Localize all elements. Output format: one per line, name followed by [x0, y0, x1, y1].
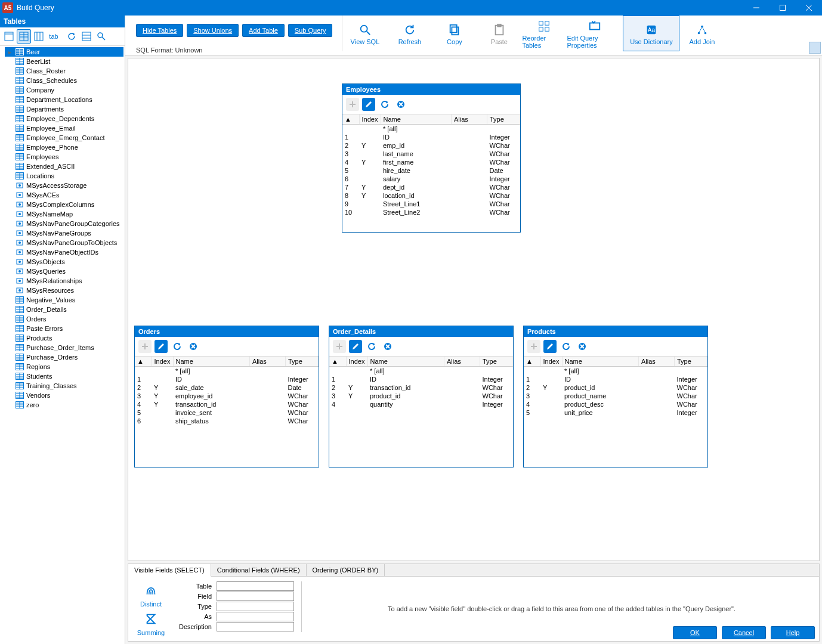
table-row[interactable]: 9Street_Line1WChar: [342, 200, 520, 208]
tree-item[interactable]: MSysNavPaneGroupToObjects: [5, 238, 123, 247]
tables-list-icon[interactable]: [79, 29, 94, 44]
col-index[interactable]: Index: [346, 357, 367, 367]
col-name[interactable]: Name: [173, 357, 250, 367]
col-type[interactable]: Type: [487, 114, 520, 125]
ok-button[interactable]: OK: [673, 626, 717, 639]
reorder-button[interactable]: Reorder Tables: [521, 16, 566, 51]
col-name[interactable]: Name: [367, 357, 444, 367]
table-window-products[interactable]: Products▲IndexNameAliasType* [all]1IDInt…: [523, 326, 708, 467]
tree-item[interactable]: Employees: [5, 152, 123, 162]
search-icon[interactable]: [94, 29, 109, 44]
tree-item[interactable]: MSysObjects: [5, 257, 123, 267]
table-row[interactable]: * [all]: [524, 367, 707, 376]
table-row[interactable]: 1IDInteger: [342, 133, 520, 141]
table-row[interactable]: 3last_nameWChar: [342, 150, 520, 158]
panel-toggle-icon[interactable]: [809, 42, 821, 54]
col-name[interactable]: Name: [381, 114, 452, 125]
edit-icon[interactable]: [362, 98, 375, 111]
tree-item[interactable]: Extended_ASCII: [5, 162, 123, 171]
refresh-button[interactable]: Refresh: [387, 16, 432, 51]
view-sql-button[interactable]: View SQL: [342, 16, 387, 51]
table-row[interactable]: 6ship_statusWChar: [135, 417, 319, 425]
refresh-icon[interactable]: [171, 340, 184, 353]
add-join-button[interactable]: Add Join: [679, 16, 724, 51]
help-button[interactable]: Help: [771, 626, 815, 639]
table-row[interactable]: 2Ysale_dateDate: [135, 383, 319, 392]
close-button[interactable]: [796, 0, 822, 16]
tables-tree[interactable]: ▸BeerBeerListClass_RosterClass_Schedules…: [0, 46, 125, 644]
view-mode-1-icon[interactable]: [2, 29, 16, 44]
table-window-title[interactable]: Orders: [135, 326, 319, 337]
edit-icon[interactable]: [543, 340, 557, 353]
close-icon[interactable]: [394, 98, 407, 111]
form-field-input[interactable]: [217, 592, 294, 601]
table-row[interactable]: 4quantityInteger: [329, 400, 513, 408]
col-sort[interactable]: ▲: [135, 357, 152, 367]
table-row[interactable]: 2Ytransaction_idWChar: [329, 383, 513, 392]
view-mode-2-icon[interactable]: [17, 29, 31, 44]
table-row[interactable]: 5unit_priceInteger: [524, 408, 707, 417]
table-row[interactable]: 7Ydept_idWChar: [342, 183, 520, 191]
table-window-title[interactable]: Order_Details: [329, 326, 513, 337]
close-icon[interactable]: [576, 340, 589, 353]
col-type[interactable]: Type: [480, 357, 513, 367]
col-alias[interactable]: Alias: [639, 357, 675, 367]
tree-item[interactable]: Class_Schedules: [5, 76, 123, 85]
table-window-orders[interactable]: Orders▲IndexNameAliasType* [all]1IDInteg…: [134, 326, 319, 467]
table-window-title[interactable]: Products: [524, 326, 707, 337]
add-table-button[interactable]: Add Table: [242, 24, 285, 37]
tree-item[interactable]: Employee_Email: [5, 123, 123, 133]
col-sort[interactable]: ▲: [524, 357, 540, 367]
use-dict-button[interactable]: AaUse Dictionary: [623, 16, 679, 51]
table-row[interactable]: * [all]: [329, 367, 513, 376]
tree-item[interactable]: Company: [5, 85, 123, 95]
table-row[interactable]: 6salaryInteger: [342, 175, 520, 183]
distinct-button[interactable]: Distinct: [140, 581, 162, 608]
tree-item[interactable]: Purchase_Order_Items: [5, 343, 123, 352]
table-row[interactable]: 4Ytransaction_idWChar: [135, 400, 319, 408]
tree-item[interactable]: MSysResources: [5, 286, 123, 295]
tree-item[interactable]: Employee_Dependents: [5, 114, 123, 123]
tab-icon[interactable]: tab: [47, 29, 61, 44]
tree-item[interactable]: MSysNavPaneObjectIDs: [5, 247, 123, 257]
minimize-button[interactable]: [743, 0, 770, 16]
copy-button[interactable]: Copy: [432, 16, 477, 51]
table-window-title[interactable]: Employees: [342, 84, 520, 95]
table-row[interactable]: 4product_descWChar: [524, 400, 707, 408]
col-sort[interactable]: ▲: [329, 357, 346, 367]
tree-item[interactable]: MSysNameMap: [5, 209, 123, 219]
cancel-button[interactable]: Cancel: [722, 626, 766, 639]
col-index[interactable]: Index: [359, 114, 381, 125]
table-row[interactable]: 1IDInteger: [329, 375, 513, 383]
table-grid[interactable]: ▲IndexNameAliasType* [all]1IDInteger2Ypr…: [524, 357, 707, 467]
table-row[interactable]: 5hire_dateDate: [342, 166, 520, 175]
col-alias[interactable]: Alias: [452, 114, 487, 125]
col-name[interactable]: Name: [562, 357, 639, 367]
tree-item[interactable]: Employee_Emerg_Contact: [5, 133, 123, 143]
edit-icon[interactable]: [154, 340, 168, 353]
tab-ordering[interactable]: Ordering (ORDER BY): [307, 564, 385, 576]
query-designer[interactable]: Employees▲IndexNameAliasType* [all]1IDIn…: [128, 58, 820, 561]
tree-item[interactable]: MSysACEs: [5, 190, 123, 200]
table-row[interactable]: * [all]: [135, 367, 319, 376]
tree-item[interactable]: BeerList: [5, 57, 123, 66]
tree-item[interactable]: MSysAccessStorage: [5, 181, 123, 190]
table-row[interactable]: 1IDInteger: [524, 375, 707, 383]
tree-item[interactable]: ▸Beer: [5, 47, 123, 57]
tree-item[interactable]: Orders: [5, 314, 123, 324]
tree-item[interactable]: Order_Details: [5, 305, 123, 314]
tree-item[interactable]: MSysRelationships: [5, 276, 123, 286]
tab-conditional-fields[interactable]: Conditional Fields (WHERE): [211, 564, 307, 576]
tree-item[interactable]: Paste Errors: [5, 324, 123, 333]
tree-item[interactable]: Purchase_Orders: [5, 352, 123, 362]
table-grid[interactable]: ▲IndexNameAliasType* [all]1IDInteger2Ysa…: [135, 357, 319, 467]
refresh-icon[interactable]: [365, 340, 378, 353]
tree-item[interactable]: Department_Locations: [5, 95, 123, 104]
table-row[interactable]: 3Yemployee_idWChar: [135, 392, 319, 400]
refresh-icon[interactable]: [378, 98, 391, 111]
tree-item[interactable]: Vendors: [5, 391, 123, 400]
col-sort[interactable]: ▲: [342, 114, 359, 125]
col-index[interactable]: Index: [152, 357, 173, 367]
edit-props-button[interactable]: Edit Query Properties: [566, 16, 623, 51]
form-table-input[interactable]: [217, 581, 294, 591]
